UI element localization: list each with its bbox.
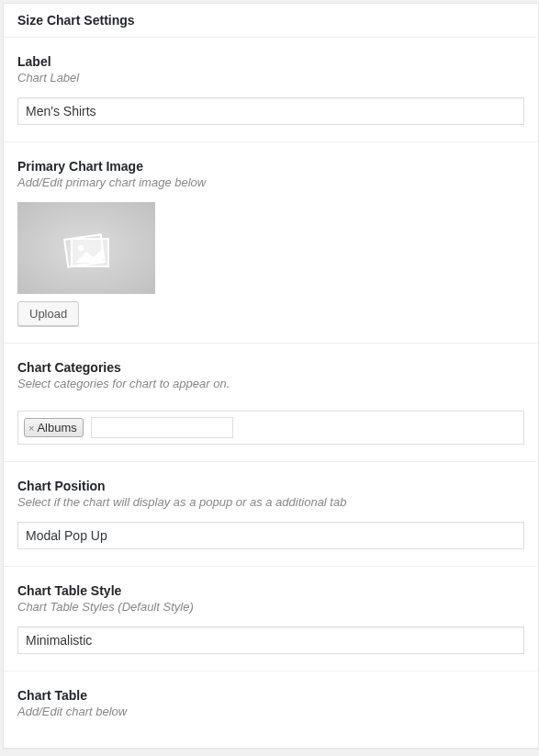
panel-header: Size Chart Settings: [4, 4, 538, 38]
table-style-desc: Chart Table Styles (Default Style): [17, 600, 524, 614]
chart-table-title: Chart Table: [17, 688, 524, 703]
category-tag[interactable]: × Albums: [24, 418, 84, 437]
tag-label: Albums: [37, 421, 76, 434]
position-select[interactable]: [17, 522, 524, 549]
chart-table-section: Chart Table Add/Edit chart below: [4, 671, 538, 748]
position-desc: Select if the chart will display as a po…: [17, 495, 524, 509]
primary-image-section: Primary Chart Image Add/Edit primary cha…: [4, 142, 538, 344]
label-input[interactable]: [17, 97, 524, 125]
primary-image-desc: Add/Edit primary chart image below: [17, 175, 524, 189]
categories-section: Chart Categories Select categories for c…: [4, 344, 538, 462]
categories-tag-list[interactable]: × Albums: [17, 411, 524, 445]
label-desc: Chart Label: [17, 71, 524, 85]
upload-button[interactable]: Upload: [17, 301, 79, 326]
size-chart-settings-panel: Size Chart Settings Label Chart Label Pr…: [3, 3, 539, 749]
categories-desc: Select categories for chart to appear on…: [17, 377, 524, 390]
table-style-title: Chart Table Style: [17, 583, 524, 598]
chart-table-desc: Add/Edit chart below: [17, 705, 524, 718]
svg-point-2: [78, 245, 84, 251]
categories-title: Chart Categories: [17, 360, 524, 375]
image-placeholder[interactable]: [17, 202, 155, 294]
position-section: Chart Position Select if the chart will …: [4, 462, 538, 567]
placeholder-image-icon: [61, 228, 112, 268]
remove-tag-icon[interactable]: ×: [28, 423, 34, 434]
label-section: Label Chart Label: [4, 38, 538, 142]
label-title: Label: [17, 54, 524, 69]
table-style-select[interactable]: [17, 626, 524, 654]
panel-title: Size Chart Settings: [17, 13, 524, 28]
table-style-section: Chart Table Style Chart Table Styles (De…: [4, 567, 538, 671]
position-title: Chart Position: [17, 479, 524, 493]
primary-image-title: Primary Chart Image: [17, 159, 524, 174]
category-tag-input[interactable]: [91, 417, 233, 438]
